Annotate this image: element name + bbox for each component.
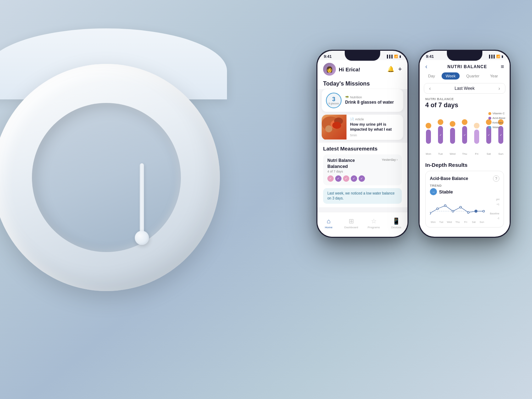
header-action-icons: 🔔 + <box>387 66 402 73</box>
dot-1: ✓ <box>327 175 334 182</box>
legend-label-ketones: Ketones <box>493 121 503 124</box>
chart-area: ✓ <box>420 112 510 151</box>
nutri-balance-value: 4 of 7 days <box>425 102 504 109</box>
bar-circle-vitc-mon <box>426 123 431 129</box>
baseline-label: Baseline <box>490 212 499 215</box>
nav-devices-label: Devices <box>391 226 401 229</box>
signal-icon: ▐▐▐ <box>386 55 393 58</box>
phone1-time: 9:41 <box>324 54 332 59</box>
nutrition-icon: 🥗 <box>345 95 349 99</box>
dot-3: ✓ <box>343 175 349 182</box>
trend-value: → Stable <box>430 188 499 195</box>
measurement-card[interactable]: Nutri Balance Yesterday › Balanced 4 of … <box>323 154 402 185</box>
toilet-handle <box>140 163 144 234</box>
acid-base-result-card[interactable]: Acid-Base Balance ? TREND → Stable <box>425 171 504 228</box>
missions-title: Today's Missions <box>317 78 408 89</box>
devices-icon: 📱 <box>392 217 400 225</box>
legend-vitaminc: Vitamin C <box>488 112 505 115</box>
nav-programs[interactable]: ☆ Programs <box>362 217 385 229</box>
tab-year[interactable]: Year <box>486 72 502 80</box>
water-mission-card[interactable]: 3 8 glasses 🥗 Nutrition Drink 8 glasses … <box>322 89 403 112</box>
bar-circle-vitc-thu <box>462 119 467 125</box>
bar-stack-wed <box>450 121 455 144</box>
chart-label-wed: Wed <box>448 152 457 155</box>
bar-circle-vitc-fri <box>474 123 480 129</box>
legend-label-water: Water <box>493 126 500 129</box>
water-notice: Last week, we noticed a low water balanc… <box>323 188 402 204</box>
chart-label-mon: Mon <box>424 152 433 155</box>
legend-water: Water <box>488 126 505 129</box>
menu-icon[interactable]: ≡ <box>501 64 504 70</box>
greeting-text: Hi Erica! <box>339 66 387 72</box>
article-card[interactable]: 📄 Article How my urine pH is impacted by… <box>322 115 403 140</box>
legend-dot-vitaminc <box>488 112 491 115</box>
tab-quarter[interactable]: Quarter <box>462 72 483 80</box>
chart-label-sun: Sun <box>496 152 505 155</box>
p2-battery-icon: ▮ <box>501 55 503 58</box>
nav-devices[interactable]: 📱 Devices <box>385 217 408 229</box>
legend-label-acidbase: Acid-Base <box>493 116 505 120</box>
toilet-background <box>0 28 234 348</box>
phone2: 9:41 ▐▐▐ 📶 ▮ ‹ NUTRI BALANCE ≡ Day Week <box>419 50 511 238</box>
in-depth-section: In-Depth Results Acid-Base Balance ? TRE… <box>420 158 510 233</box>
phone1-notch <box>345 51 380 61</box>
legend-dot-acidbase <box>488 117 491 120</box>
battery-icon: ▮ <box>399 55 401 58</box>
svg-point-5 <box>460 206 461 208</box>
bar-acid-mon <box>426 130 431 144</box>
mini-chart-day-labels: Mon Tue Wed Thu Fri Sat Sun <box>430 221 499 223</box>
programs-icon: ☆ <box>371 217 377 225</box>
next-week-button[interactable]: › <box>498 86 500 91</box>
bottom-nav: ⌂ Home ⊞ Dashboard ☆ Programs 📱 Devices <box>317 212 408 237</box>
phone2-header: ‹ NUTRI BALANCE ≡ <box>420 60 510 72</box>
phones-container: 9:41 ▐▐▐ 📶 ▮ 👩 Hi Erica! 🔔 + Today's Mis… <box>316 50 511 238</box>
chart-day-tue: ✓ <box>436 119 445 144</box>
dots-row: ✓ ✓ ✓ ✓ ✓ <box>327 175 398 182</box>
bar-stack-mon <box>426 123 431 144</box>
dashboard-icon: ⊞ <box>349 217 354 225</box>
phone2-screen: 9:41 ▐▐▐ 📶 ▮ ‹ NUTRI BALANCE ≡ Day Week <box>420 51 510 237</box>
user-avatar[interactable]: 👩 <box>323 63 336 76</box>
measurement-info: Nutri Balance <box>327 158 355 163</box>
tab-week[interactable]: Week <box>442 72 460 80</box>
home-icon: ⌂ <box>327 218 331 225</box>
p2-wifi-icon: 📶 <box>496 55 500 58</box>
svg-point-8 <box>483 210 484 212</box>
add-icon[interactable]: + <box>398 66 402 73</box>
info-button[interactable]: ? <box>493 175 499 182</box>
water-notice-text: Last week, we noticed a low water balanc… <box>327 191 398 201</box>
measurement-sub: 4 of 7 days <box>327 170 398 173</box>
bar-stack-thu: ✓ <box>462 119 467 144</box>
in-depth-title: In-Depth Results <box>425 162 504 168</box>
phone2-time: 9:41 <box>426 54 434 59</box>
prev-week-button[interactable]: ‹ <box>429 86 431 91</box>
nutri-balance-label: NUTRI BALANCE <box>425 97 504 101</box>
mission-category-label: Nutrition <box>350 95 362 99</box>
chart-label-fri: Fri <box>472 152 481 155</box>
mission-category: 🥗 Nutrition <box>345 95 399 99</box>
nutri-summary: NUTRI BALANCE 4 of 7 days <box>420 97 510 112</box>
toilet-inner <box>32 103 181 252</box>
chevron-right-icon: › <box>397 158 398 162</box>
tab-day[interactable]: Day <box>424 72 439 80</box>
dot-4: ✓ <box>351 175 357 182</box>
mission-badge: 3 8 glasses <box>326 93 342 108</box>
mission-sub: 8 glasses <box>328 102 339 105</box>
bar-acid-wed <box>450 128 455 144</box>
chart-legend: Vitamin C Acid-Base Ketones Water <box>488 112 505 129</box>
article-category: 📄 Article <box>350 117 400 121</box>
ph-label: pH <box>496 198 499 201</box>
nav-home[interactable]: ⌂ Home <box>317 218 340 229</box>
mini-acid-base-chart: pH +1 Baseline -1 <box>430 198 499 223</box>
week-nav: ‹ Last Week › <box>424 83 505 94</box>
wifi-icon: 📶 <box>394 55 398 58</box>
toilet-bowl <box>0 64 220 291</box>
nutri-balance-title: NUTRI BALANCE <box>447 64 487 69</box>
notification-icon[interactable]: 🔔 <box>387 66 394 73</box>
trend-stable-icon: → <box>430 188 437 195</box>
svg-point-7 <box>475 210 477 212</box>
nav-dashboard[interactable]: ⊞ Dashboard <box>340 217 363 229</box>
back-button[interactable]: ‹ <box>425 63 434 70</box>
article-icon: 📄 <box>350 117 354 121</box>
chart-day-labels: Mon Tue Wed Thu Fri Sat Sun <box>420 152 510 155</box>
